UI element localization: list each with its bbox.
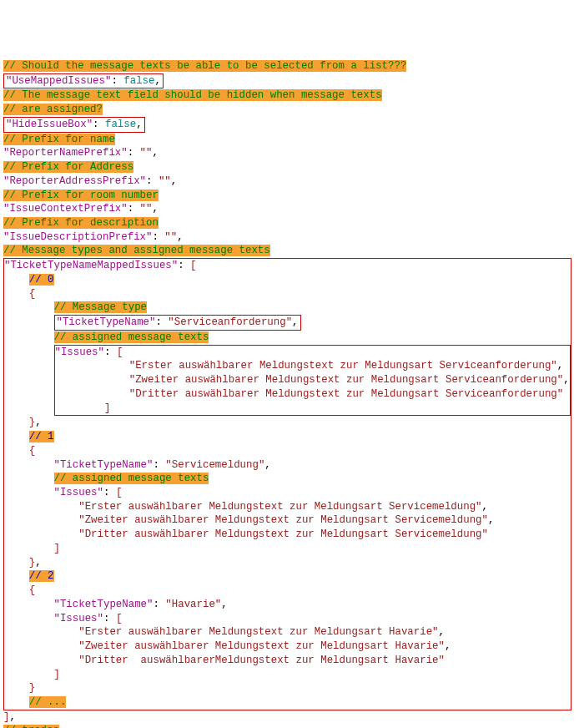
code-block: // Should the message texts be able to b… [3,60,571,728]
comment: // trades [3,725,59,728]
json-key: "IssueDescriptionPrefix" [3,231,152,243]
json-key: "UseMappedIssues" [6,75,111,87]
json-string: "Servicemeldung" [165,459,264,471]
json-string: "Zweiter auswählbarer Meldungstext zur M… [129,374,564,386]
comment: // Message types and assigned message te… [3,245,270,256]
json-string: "" [140,147,153,159]
json-bool: false [123,75,154,87]
json-key: "ReporterAddressPrefix" [3,175,146,187]
json-string: "Zweiter auswählbarer Meldungstext zur M… [78,640,445,652]
comment-index: // 1 [29,431,54,442]
json-string: "" [164,231,177,243]
json-string: "Dritter auswählbarerMeldungstext zur Me… [78,655,445,666]
json-string: "Havarie" [165,599,221,610]
comment: // Should the message texts be able to b… [3,60,406,72]
comment: // assigned message texts [54,473,209,484]
json-string: "Zweiter auswählbarer Meldungstext zur M… [78,514,488,526]
comment: // Prefix for Address [3,161,133,173]
json-bool: false [105,119,136,130]
json-key: "IssueContextPrefix" [3,203,128,215]
comment-index: // 2 [29,570,54,582]
json-key: "ReporterNamePrefix" [3,147,128,159]
comment: // Prefix for name [3,134,115,145]
json-string: "Serviceanforderung" [168,316,292,328]
json-string: "Erster auswählbarer Meldungstext zur Me… [129,360,557,372]
json-key: "TicketTypeName" [54,599,154,610]
comment: // are assigned? [3,104,103,115]
json-key: "Issues" [55,346,105,358]
comment: // assigned message texts [54,331,209,343]
json-key: "TicketTypeName" [57,316,156,328]
comment: // The message text field should be hidd… [3,89,382,101]
comment: // Prefix for room number [3,190,159,201]
json-string: "Erster auswählbarer Meldungstext zur Me… [78,501,481,513]
json-string: "" [140,203,153,215]
json-key: "Issues" [54,487,104,498]
comment-etc: // ... [29,696,67,708]
json-string: "" [159,175,171,187]
json-key: "TicketTypeNameMappedIssues" [4,260,178,271]
comment-index: // 0 [29,274,54,286]
comment: // Message type [54,301,148,313]
comment: // Prefix for description [3,217,159,229]
json-key: "HideIssueBox" [6,119,93,130]
json-key: "TicketTypeName" [54,459,154,471]
json-string: "Erster auswählbarer Meldungstext zur Me… [78,626,438,638]
json-key: "Issues" [54,613,104,624]
json-string: "Dritter auswählbarer Meldungstext zur M… [78,528,488,540]
json-string: "Dritter auswählbarer Meldungstext zur M… [129,388,564,400]
